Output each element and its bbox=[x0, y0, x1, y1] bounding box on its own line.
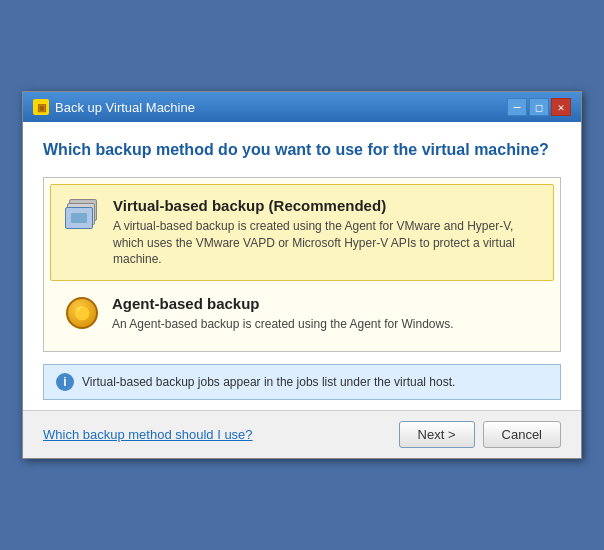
option-virtual-title: Virtual-based backup (Recommended) bbox=[113, 197, 539, 214]
info-message: Virtual-based backup jobs appear in the … bbox=[82, 375, 455, 389]
maximize-button[interactable]: □ bbox=[529, 98, 549, 116]
minimize-button[interactable]: ─ bbox=[507, 98, 527, 116]
title-bar: ▣ Back up Virtual Machine ─ □ ✕ bbox=[23, 92, 581, 122]
dialog-title: Back up Virtual Machine bbox=[55, 100, 195, 115]
option-agent-title: Agent-based backup bbox=[112, 295, 540, 312]
virtual-icon bbox=[65, 197, 101, 233]
backup-dialog: ▣ Back up Virtual Machine ─ □ ✕ Which ba… bbox=[22, 91, 582, 459]
option-virtual-desc: A virtual-based backup is created using … bbox=[113, 218, 539, 268]
cancel-button[interactable]: Cancel bbox=[483, 421, 561, 448]
option-agent-desc: An Agent-based backup is created using t… bbox=[112, 316, 540, 333]
info-icon: i bbox=[56, 373, 74, 391]
option-virtual-based[interactable]: Virtual-based backup (Recommended) A vir… bbox=[50, 184, 554, 281]
next-button[interactable]: Next > bbox=[399, 421, 475, 448]
agent-icon: 🟡 bbox=[66, 297, 98, 329]
title-bar-left: ▣ Back up Virtual Machine bbox=[33, 99, 195, 115]
info-bar: i Virtual-based backup jobs appear in th… bbox=[43, 364, 561, 400]
agent-icon-container: 🟡 bbox=[64, 295, 100, 331]
dialog-icon: ▣ bbox=[33, 99, 49, 115]
question-title: Which backup method do you want to use f… bbox=[43, 140, 561, 161]
dialog-footer: Which backup method should I use? Next >… bbox=[23, 410, 581, 458]
option-agent-based[interactable]: 🟡 Agent-based backup An Agent-based back… bbox=[50, 283, 554, 345]
option-virtual-text: Virtual-based backup (Recommended) A vir… bbox=[113, 197, 539, 268]
title-controls: ─ □ ✕ bbox=[507, 98, 571, 116]
options-area: Virtual-based backup (Recommended) A vir… bbox=[43, 177, 561, 352]
option-agent-text: Agent-based backup An Agent-based backup… bbox=[112, 295, 540, 333]
dialog-body: Which backup method do you want to use f… bbox=[23, 122, 581, 410]
footer-buttons: Next > Cancel bbox=[399, 421, 561, 448]
close-button[interactable]: ✕ bbox=[551, 98, 571, 116]
help-link[interactable]: Which backup method should I use? bbox=[43, 427, 253, 442]
